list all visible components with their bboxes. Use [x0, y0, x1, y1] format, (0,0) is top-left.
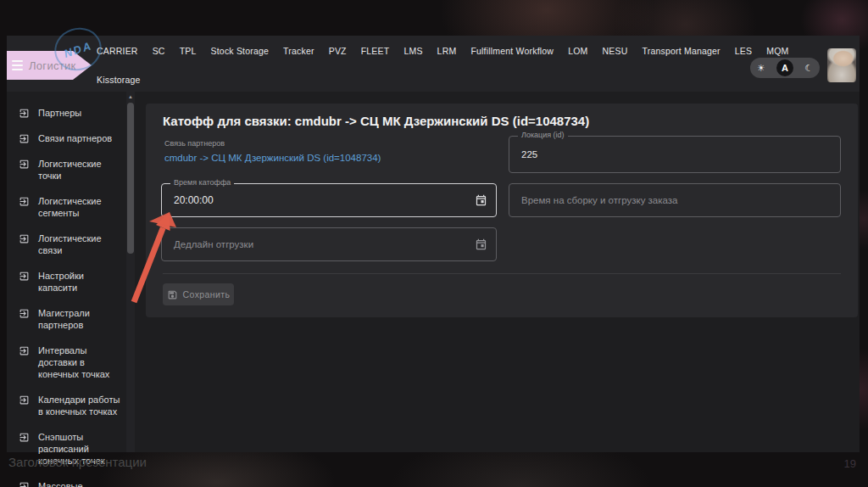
nav-item[interactable]: LOM [568, 46, 587, 56]
assembly-time-placeholder: Время на сборку и отгрузку заказа [521, 195, 677, 205]
user-avatar[interactable] [827, 48, 856, 82]
dark-theme-moon-icon[interactable]: ☾ [804, 63, 813, 74]
exit-to-app-icon [19, 196, 30, 207]
sidebar-menu: Партнеры Связи партнеров Логистические т… [7, 92, 125, 452]
app-logo[interactable]: Логистик [7, 51, 92, 80]
nav-item[interactable]: Kisstorage [97, 75, 141, 85]
exit-to-app-icon [19, 395, 30, 406]
partner-link-value[interactable]: cmdubr -> СЦ МК Дзержинский DS (id=10487… [164, 153, 381, 163]
sidebar-item[interactable]: Партнеры [7, 100, 125, 126]
sidebar-scrollbar[interactable]: ▲ [126, 92, 135, 452]
nav-item[interactable]: CARRIER [97, 46, 138, 56]
location-id-label: Локация (id) [518, 131, 568, 139]
save-button-label: Сохранить [183, 289, 231, 299]
exit-to-app-icon [19, 108, 30, 119]
exit-to-app-icon [19, 481, 30, 487]
sidebar-item[interactable]: Настройки капасити [7, 263, 125, 300]
nav-item[interactable]: LMS [403, 46, 422, 56]
theme-toggle: ☀ A ☾ [750, 58, 820, 78]
exit-to-app-icon [19, 271, 30, 282]
sidebar-item[interactable]: Интервалы доставки в конечных точках [7, 338, 125, 387]
nav-row-1: CARRIERSCTPLStock StorageTrackerPVZFLEET… [97, 46, 789, 56]
auto-theme-button[interactable]: A [776, 59, 793, 76]
sidebar-item-label: Связи партнеров [38, 132, 120, 144]
nav-item[interactable]: Fulfillment Workflow [470, 46, 554, 56]
sidebar-item[interactable]: Логистические точки [7, 151, 125, 188]
sidebar-item-label: Интервалы доставки в конечных точках [38, 344, 120, 380]
cutoff-time-field[interactable]: Время катоффа 20:00:00 [161, 183, 497, 217]
sidebar-item-label: Настройки капасити [38, 270, 120, 294]
sidebar-item-label: Массовые операции [38, 480, 120, 487]
slide-page-number: 19 [844, 457, 856, 470]
location-id-field[interactable]: Локация (id) 225 [509, 136, 841, 173]
partner-link-label: Связь партнеров [164, 139, 225, 148]
menu-icon[interactable] [12, 60, 23, 70]
sidebar-item-label: Логистические сегменты [38, 195, 120, 219]
calendar-icon[interactable] [475, 194, 487, 207]
exit-to-app-icon [19, 432, 30, 443]
slide-footer-title: Заголовок презентации [8, 455, 147, 469]
scrollbar-thumb[interactable] [127, 103, 134, 254]
exit-to-app-icon [19, 308, 30, 319]
sidebar-item-label: Логистические точки [38, 158, 120, 182]
nav-item[interactable]: TPL [180, 46, 197, 56]
save-floppy-icon [167, 289, 178, 300]
app-window: Логистик NDA CARRIERSCTPLStock StorageTr… [7, 36, 860, 452]
exit-to-app-icon [19, 159, 30, 170]
assembly-time-field[interactable]: Время на сборку и отгрузку заказа [509, 183, 841, 217]
sidebar-item-label: Логистические связи [38, 232, 120, 256]
sidebar-item[interactable]: Связи партнеров [7, 126, 125, 151]
page-title: Катофф для связки: cmdubr -> СЦ МК Дзерж… [163, 114, 589, 128]
nav-item[interactable]: SC [153, 46, 165, 56]
calendar-icon[interactable] [475, 238, 487, 251]
shipping-deadline-field[interactable]: Дедлайн отгрузки [161, 227, 497, 261]
cutoff-form-card: Катофф для связки: cmdubr -> СЦ МК Дзерж… [146, 104, 858, 317]
nav-item[interactable]: Stock Storage [211, 46, 270, 56]
cutoff-time-label: Время катоффа [170, 178, 234, 187]
save-button[interactable]: Сохранить [163, 283, 234, 305]
logo-label: Логистик [29, 59, 76, 72]
top-navbar: Логистик NDA CARRIERSCTPLStock StorageTr… [7, 36, 860, 92]
nav-item[interactable]: LRM [437, 46, 457, 56]
nav-item[interactable]: Transport Manager [642, 46, 720, 56]
shipping-deadline-placeholder: Дедлайн отгрузки [174, 239, 253, 249]
sidebar-item-label: Партнеры [38, 107, 120, 119]
sidebar-item[interactable]: Календари работы в конечных точках [7, 387, 125, 424]
nav-item[interactable]: MQM [766, 46, 788, 56]
sidebar-item[interactable]: Массовые операции [7, 473, 125, 487]
exit-to-app-icon [19, 345, 30, 356]
nav-item[interactable]: FLEET [361, 46, 390, 56]
nav-item[interactable]: LES [735, 46, 752, 56]
scroll-up-arrow-icon[interactable]: ▲ [126, 92, 135, 101]
sidebar-item[interactable]: Магистрали партнеров [7, 300, 125, 338]
exit-to-app-icon [19, 133, 30, 144]
form-divider [163, 273, 841, 274]
nav-item[interactable]: NESU [603, 46, 628, 56]
nav-item[interactable]: Tracker [283, 46, 314, 56]
nav-item[interactable]: PVZ [329, 46, 347, 56]
sidebar-item[interactable]: Логистические сегменты [7, 188, 125, 226]
sidebar-item[interactable]: Логистические связи [7, 226, 125, 263]
location-id-value: 225 [521, 149, 537, 160]
cutoff-time-value: 20:00:00 [174, 194, 214, 206]
exit-to-app-icon [19, 233, 30, 244]
sidebar-item-label: Календари работы в конечных точках [38, 394, 120, 417]
light-theme-sun-icon[interactable]: ☀ [757, 63, 765, 74]
sidebar-item-label: Магистрали партнеров [38, 307, 120, 331]
nav-row-2: Kisstorage [97, 75, 141, 85]
